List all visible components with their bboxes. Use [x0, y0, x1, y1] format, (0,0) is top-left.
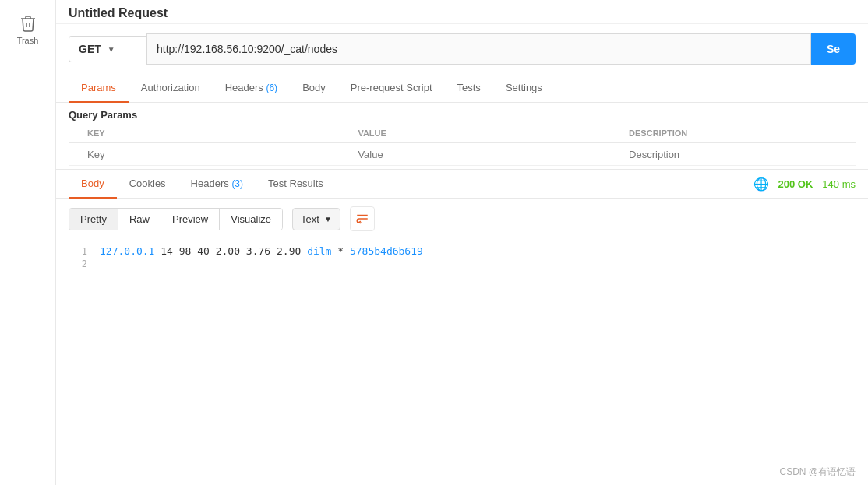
param-desc-input[interactable]	[629, 149, 849, 160]
trash-icon	[19, 14, 37, 33]
send-button[interactable]: Se	[811, 33, 856, 65]
headers-badge: (6)	[266, 83, 277, 93]
status-time: 140 ms	[822, 178, 856, 190]
response-tab-headers[interactable]: Headers (3)	[178, 170, 256, 199]
status-ok: 200 OK	[778, 178, 813, 190]
code-line-1: 1 127.0.0.1 14 98 40 2.00 3.76 2.90 dilm…	[69, 245, 856, 257]
wrap-text-icon	[355, 212, 369, 226]
tab-headers[interactable]: Headers (6)	[213, 74, 290, 103]
response-tab-cookies[interactable]: Cookies	[117, 170, 178, 199]
content-type-chevron-icon: ▼	[324, 215, 332, 223]
row-value-cell	[351, 143, 623, 166]
format-btn-preview[interactable]: Preview	[161, 209, 220, 230]
format-btn-raw[interactable]: Raw	[118, 209, 161, 230]
tab-body[interactable]: Body	[290, 74, 338, 103]
line-number-1: 1	[69, 246, 87, 257]
wrap-text-button[interactable]	[350, 206, 375, 231]
response-tab-test-results[interactable]: Test Results	[256, 170, 336, 199]
line-number-2: 2	[69, 258, 87, 269]
tab-authorization[interactable]: Authorization	[129, 74, 213, 103]
row-desc-cell	[623, 143, 856, 166]
watermark: CSDN @有语忆语	[779, 466, 856, 479]
query-params-section: Query Params KEY VALUE DESCRIPTION	[56, 103, 868, 166]
request-bar: GET ▼ Se	[56, 24, 868, 74]
content-type-select[interactable]: Text ▼	[292, 208, 340, 230]
row-checkbox	[69, 143, 81, 166]
url-input[interactable]	[146, 33, 811, 65]
param-key-input[interactable]	[87, 149, 345, 160]
response-headers-badge: (3)	[231, 178, 243, 189]
response-toolbar: Pretty Raw Preview Visualize Text ▼	[56, 199, 868, 239]
tab-tests[interactable]: Tests	[445, 74, 493, 103]
globe-icon[interactable]: 🌐	[753, 177, 769, 192]
method-select[interactable]: GET ▼	[69, 36, 146, 62]
code-line-2: 2	[69, 258, 856, 269]
code-content-1: 127.0.0.1 14 98 40 2.00 3.76 2.90 dilm *…	[100, 245, 423, 257]
desc-col-header: DESCRIPTION	[623, 124, 856, 143]
param-value-input[interactable]	[358, 149, 616, 160]
response-status: 🌐 200 OK 140 ms	[753, 177, 856, 192]
value-col-header: VALUE	[351, 124, 623, 143]
table-row	[69, 143, 856, 166]
row-key-cell	[81, 143, 351, 166]
tab-settings[interactable]: Settings	[493, 74, 555, 103]
tab-pre-request-script[interactable]: Pre-request Script	[338, 74, 445, 103]
sidebar: Trash	[0, 0, 56, 485]
checkbox-col-header	[69, 124, 81, 143]
format-btn-visualize[interactable]: Visualize	[220, 209, 282, 230]
format-btn-pretty[interactable]: Pretty	[69, 209, 118, 230]
sidebar-item-trash[interactable]: Trash	[11, 8, 45, 51]
request-tabs: Params Authorization Headers (6) Body Pr…	[56, 74, 868, 103]
response-tab-body[interactable]: Body	[69, 170, 117, 199]
params-table: KEY VALUE DESCRIPTION	[69, 124, 856, 166]
method-value: GET	[79, 43, 101, 55]
main-content: Untitled Request GET ▼ Se Params Authori…	[56, 0, 868, 485]
chevron-down-icon: ▼	[108, 45, 115, 54]
page-title: Untitled Request	[56, 0, 868, 24]
content-type-value: Text	[301, 213, 319, 225]
response-body: 1 127.0.0.1 14 98 40 2.00 3.76 2.90 dilm…	[56, 239, 868, 485]
query-params-label: Query Params	[69, 109, 856, 121]
format-btn-group: Pretty Raw Preview Visualize	[69, 208, 283, 230]
key-col-header: KEY	[81, 124, 351, 143]
sidebar-trash-label: Trash	[17, 36, 39, 45]
tab-params[interactable]: Params	[69, 74, 129, 103]
response-tabs: Body Cookies Headers (3) Test Results 🌐 …	[56, 170, 868, 199]
